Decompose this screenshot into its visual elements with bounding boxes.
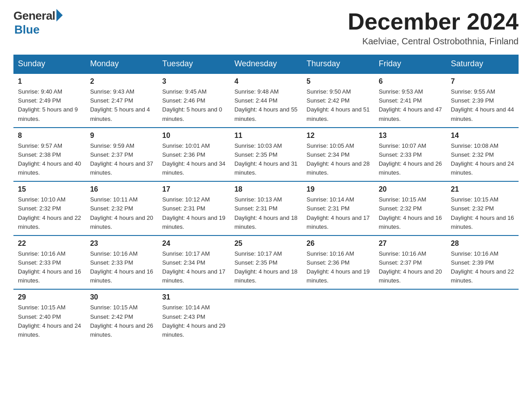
day-info: Sunrise: 10:15 AMSunset: 2:42 PMDaylight… <box>90 303 153 339</box>
calendar-cell: 4Sunrise: 9:48 AMSunset: 2:44 PMDaylight… <box>230 73 302 128</box>
calendar-cell: 22Sunrise: 10:16 AMSunset: 2:33 PMDaylig… <box>13 235 86 290</box>
location-text: Kaelviae, Central Ostrobothnia, Finland <box>348 36 519 47</box>
calendar-cell: 19Sunrise: 10:14 AMSunset: 2:31 PMDaylig… <box>302 181 374 235</box>
calendar-cell: 2Sunrise: 9:43 AMSunset: 2:47 PMDaylight… <box>86 73 158 128</box>
day-info: Sunrise: 10:10 AMSunset: 2:32 PMDaylight… <box>18 195 81 231</box>
logo-blue-text: Blue <box>14 23 39 37</box>
day-number: 4 <box>234 77 297 86</box>
day-number: 2 <box>90 77 153 86</box>
day-number: 22 <box>18 240 81 248</box>
day-info: Sunrise: 10:11 AMSunset: 2:32 PMDaylight… <box>90 195 153 231</box>
logo-general-text: General <box>13 9 55 23</box>
calendar-cell <box>446 289 519 343</box>
day-info: Sunrise: 10:03 AMSunset: 2:35 PMDaylight… <box>234 141 297 178</box>
day-number: 26 <box>307 240 370 248</box>
day-number: 13 <box>379 132 442 140</box>
calendar-cell: 26Sunrise: 10:16 AMSunset: 2:36 PMDaylig… <box>302 235 374 290</box>
day-info: Sunrise: 10:17 AMSunset: 2:35 PMDaylight… <box>234 249 297 286</box>
day-info: Sunrise: 10:16 AMSunset: 2:39 PMDaylight… <box>451 249 514 286</box>
week-row-2: 8Sunrise: 9:57 AMSunset: 2:38 PMDaylight… <box>13 128 519 182</box>
day-number: 5 <box>307 77 370 86</box>
day-info: Sunrise: 10:13 AMSunset: 2:31 PMDaylight… <box>234 195 297 231</box>
day-number: 15 <box>18 185 81 193</box>
day-info: Sunrise: 10:01 AMSunset: 2:36 PMDaylight… <box>162 141 225 178</box>
day-number: 10 <box>162 132 225 140</box>
calendar-cell: 5Sunrise: 9:50 AMSunset: 2:42 PMDaylight… <box>302 73 374 128</box>
calendar-cell: 13Sunrise: 10:07 AMSunset: 2:33 PMDaylig… <box>374 128 446 182</box>
calendar-cell <box>230 289 302 343</box>
header-cell-saturday: Saturday <box>446 55 519 73</box>
calendar-cell <box>302 289 374 343</box>
week-row-5: 29Sunrise: 10:15 AMSunset: 2:40 PMDaylig… <box>13 289 519 343</box>
title-area: December 2024 Kaelviae, Central Ostrobot… <box>348 9 519 47</box>
day-number: 20 <box>379 185 442 193</box>
calendar-cell: 17Sunrise: 10:12 AMSunset: 2:31 PMDaylig… <box>158 181 230 235</box>
day-info: Sunrise: 10:08 AMSunset: 2:32 PMDaylight… <box>451 141 514 178</box>
day-number: 28 <box>451 240 514 248</box>
day-info: Sunrise: 9:48 AMSunset: 2:44 PMDaylight:… <box>234 87 297 124</box>
day-number: 11 <box>234 132 297 140</box>
logo-arrow-icon <box>56 9 63 21</box>
day-info: Sunrise: 10:07 AMSunset: 2:33 PMDaylight… <box>379 141 442 178</box>
day-info: Sunrise: 9:57 AMSunset: 2:38 PMDaylight:… <box>18 141 81 178</box>
day-number: 1 <box>18 77 81 86</box>
day-info: Sunrise: 10:15 AMSunset: 2:32 PMDaylight… <box>451 195 514 231</box>
day-info: Sunrise: 9:53 AMSunset: 2:41 PMDaylight:… <box>379 87 442 124</box>
day-number: 6 <box>379 77 442 86</box>
day-number: 21 <box>451 185 514 193</box>
day-number: 16 <box>90 185 153 193</box>
day-info: Sunrise: 10:15 AMSunset: 2:32 PMDaylight… <box>379 195 442 231</box>
calendar-cell: 14Sunrise: 10:08 AMSunset: 2:32 PMDaylig… <box>446 128 519 182</box>
day-info: Sunrise: 9:59 AMSunset: 2:37 PMDaylight:… <box>90 141 153 178</box>
page-header: General Blue December 2024 Kaelviae, Cen… <box>13 9 519 47</box>
calendar-cell: 12Sunrise: 10:05 AMSunset: 2:34 PMDaylig… <box>302 128 374 182</box>
week-row-1: 1Sunrise: 9:40 AMSunset: 2:49 PMDaylight… <box>13 73 519 128</box>
day-number: 9 <box>90 132 153 140</box>
header-row: SundayMondayTuesdayWednesdayThursdayFrid… <box>13 55 519 73</box>
day-info: Sunrise: 10:16 AMSunset: 2:33 PMDaylight… <box>18 249 81 286</box>
day-number: 23 <box>90 240 153 248</box>
day-number: 30 <box>90 293 153 301</box>
calendar-cell: 10Sunrise: 10:01 AMSunset: 2:36 PMDaylig… <box>158 128 230 182</box>
day-info: Sunrise: 10:16 AMSunset: 2:37 PMDaylight… <box>379 249 442 286</box>
calendar-cell: 15Sunrise: 10:10 AMSunset: 2:32 PMDaylig… <box>13 181 86 235</box>
calendar-cell: 8Sunrise: 9:57 AMSunset: 2:38 PMDaylight… <box>13 128 86 182</box>
calendar-cell: 7Sunrise: 9:55 AMSunset: 2:39 PMDaylight… <box>446 73 519 128</box>
day-info: Sunrise: 10:12 AMSunset: 2:31 PMDaylight… <box>162 195 225 231</box>
day-info: Sunrise: 10:15 AMSunset: 2:40 PMDaylight… <box>18 303 81 339</box>
day-number: 18 <box>234 185 297 193</box>
calendar-cell: 1Sunrise: 9:40 AMSunset: 2:49 PMDaylight… <box>13 73 86 128</box>
calendar-cell: 29Sunrise: 10:15 AMSunset: 2:40 PMDaylig… <box>13 289 86 343</box>
day-info: Sunrise: 10:14 AMSunset: 2:31 PMDaylight… <box>307 195 370 231</box>
day-number: 12 <box>307 132 370 140</box>
day-number: 31 <box>162 293 225 301</box>
calendar-cell: 21Sunrise: 10:15 AMSunset: 2:32 PMDaylig… <box>446 181 519 235</box>
calendar-cell: 3Sunrise: 9:45 AMSunset: 2:46 PMDaylight… <box>158 73 230 128</box>
calendar-cell: 27Sunrise: 10:16 AMSunset: 2:37 PMDaylig… <box>374 235 446 290</box>
calendar-cell: 18Sunrise: 10:13 AMSunset: 2:31 PMDaylig… <box>230 181 302 235</box>
day-info: Sunrise: 10:17 AMSunset: 2:34 PMDaylight… <box>162 249 225 286</box>
header-cell-wednesday: Wednesday <box>230 55 302 73</box>
day-info: Sunrise: 10:16 AMSunset: 2:33 PMDaylight… <box>90 249 153 286</box>
calendar-cell: 31Sunrise: 10:14 AMSunset: 2:43 PMDaylig… <box>158 289 230 343</box>
calendar-cell: 16Sunrise: 10:11 AMSunset: 2:32 PMDaylig… <box>86 181 158 235</box>
calendar-cell: 11Sunrise: 10:03 AMSunset: 2:35 PMDaylig… <box>230 128 302 182</box>
day-number: 3 <box>162 77 225 86</box>
day-number: 19 <box>307 185 370 193</box>
calendar-cell: 25Sunrise: 10:17 AMSunset: 2:35 PMDaylig… <box>230 235 302 290</box>
day-info: Sunrise: 10:16 AMSunset: 2:36 PMDaylight… <box>307 249 370 286</box>
month-title: December 2024 <box>348 9 519 34</box>
calendar-header: SundayMondayTuesdayWednesdayThursdayFrid… <box>13 55 519 73</box>
day-number: 17 <box>162 185 225 193</box>
day-number: 27 <box>379 240 442 248</box>
header-cell-friday: Friday <box>374 55 446 73</box>
day-info: Sunrise: 9:55 AMSunset: 2:39 PMDaylight:… <box>451 87 514 124</box>
day-info: Sunrise: 10:05 AMSunset: 2:34 PMDaylight… <box>307 141 370 178</box>
day-info: Sunrise: 9:40 AMSunset: 2:49 PMDaylight:… <box>18 87 81 124</box>
calendar-table: SundayMondayTuesdayWednesdayThursdayFrid… <box>13 55 519 343</box>
calendar-cell: 30Sunrise: 10:15 AMSunset: 2:42 PMDaylig… <box>86 289 158 343</box>
header-cell-thursday: Thursday <box>302 55 374 73</box>
calendar-cell: 23Sunrise: 10:16 AMSunset: 2:33 PMDaylig… <box>86 235 158 290</box>
calendar-cell: 9Sunrise: 9:59 AMSunset: 2:37 PMDaylight… <box>86 128 158 182</box>
calendar-cell: 28Sunrise: 10:16 AMSunset: 2:39 PMDaylig… <box>446 235 519 290</box>
